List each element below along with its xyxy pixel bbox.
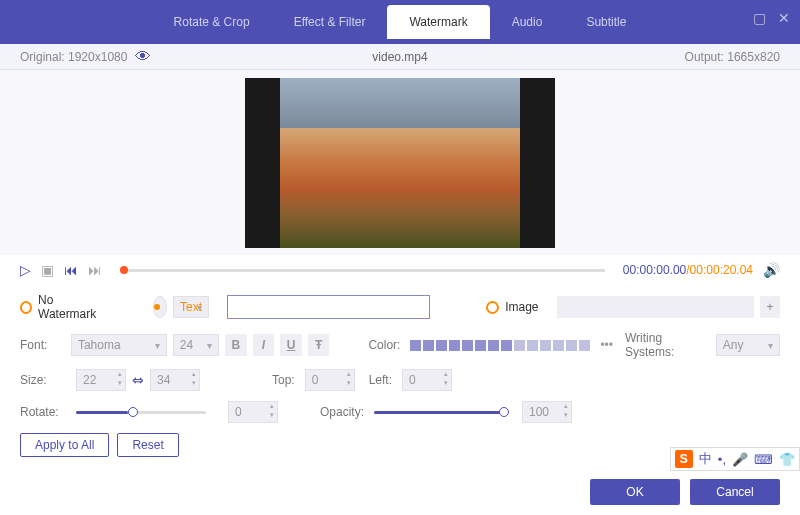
font-size-select[interactable]: 24 xyxy=(173,334,219,356)
left-label: Left: xyxy=(369,373,392,387)
info-bar: Original: 1920x1080 👁 video.mp4 Output: … xyxy=(0,44,800,70)
volume-icon[interactable]: 🔊 xyxy=(763,262,780,278)
tab-audio[interactable]: Audio xyxy=(490,5,565,39)
color-swatches[interactable] xyxy=(410,340,590,351)
seek-track[interactable] xyxy=(120,269,605,272)
preview-area xyxy=(0,70,800,255)
tab-rotate-crop[interactable]: Rotate & Crop xyxy=(152,5,272,39)
ime-keyboard-icon[interactable]: ⌨ xyxy=(754,452,773,467)
color-label: Color: xyxy=(368,338,400,352)
ime-skin-icon[interactable]: 👕 xyxy=(779,452,795,467)
filename: video.mp4 xyxy=(372,50,427,64)
time-total: /00:00:20.04 xyxy=(686,263,753,277)
more-colors-icon[interactable]: ••• xyxy=(600,338,613,352)
ime-punct-icon[interactable]: •, xyxy=(718,452,726,467)
add-image-button[interactable]: + xyxy=(760,296,780,318)
ime-mic-icon[interactable]: 🎤 xyxy=(732,452,748,467)
tab-subtitle[interactable]: Subtitle xyxy=(564,5,648,39)
titlebar: Rotate & Crop Effect & Filter Watermark … xyxy=(0,0,800,44)
top-label: Top: xyxy=(272,373,295,387)
left-input[interactable]: 0 xyxy=(402,369,452,391)
video-container xyxy=(245,78,555,248)
preview-toggle-icon[interactable]: 👁 xyxy=(135,48,151,66)
playback-controls: ▷ ▣ ⏮ ⏭ 00:00:00.00/00:00:20.04 🔊 xyxy=(0,255,800,285)
output-resolution: Output: 1665x820 xyxy=(685,50,780,64)
rotate-input[interactable]: 0 xyxy=(228,401,278,423)
writing-systems-label: Writing Systems: xyxy=(625,331,706,359)
size-label: Size: xyxy=(20,373,70,387)
seek-thumb[interactable] xyxy=(120,266,128,274)
close-icon[interactable]: ✕ xyxy=(778,10,790,26)
height-input[interactable]: 34 xyxy=(150,369,200,391)
top-input[interactable]: 0 xyxy=(305,369,355,391)
video-frame[interactable] xyxy=(280,78,520,248)
radio-no-watermark[interactable]: No Watermark xyxy=(20,293,119,321)
bold-button[interactable]: B xyxy=(225,334,247,356)
cancel-button[interactable]: Cancel xyxy=(690,479,780,505)
italic-button[interactable]: I xyxy=(253,334,275,356)
font-family-select[interactable]: Tahoma xyxy=(71,334,167,356)
radio-image[interactable]: Image xyxy=(486,300,550,314)
ok-button[interactable]: OK xyxy=(590,479,680,505)
time-current: 00:00:00.00 xyxy=(623,263,686,277)
stop-icon[interactable]: ▣ xyxy=(41,262,54,278)
strikethrough-button[interactable]: Ŧ xyxy=(308,334,330,356)
apply-to-all-button[interactable]: Apply to All xyxy=(20,433,109,457)
font-label: Font: xyxy=(20,338,65,352)
rotate-slider[interactable] xyxy=(76,411,206,414)
reset-button[interactable]: Reset xyxy=(117,433,178,457)
watermark-image-input[interactable] xyxy=(557,296,754,318)
tab-watermark[interactable]: Watermark xyxy=(387,5,489,39)
tab-effect-filter[interactable]: Effect & Filter xyxy=(272,5,388,39)
underline-button[interactable]: U xyxy=(280,334,302,356)
original-resolution: Original: 1920x1080 xyxy=(20,50,127,64)
width-input[interactable]: 22 xyxy=(76,369,126,391)
radio-text[interactable]: Text xyxy=(153,296,221,318)
opacity-slider[interactable] xyxy=(374,411,504,414)
opacity-input[interactable]: 100 xyxy=(522,401,572,423)
watermark-text-input[interactable] xyxy=(227,295,430,319)
next-frame-icon[interactable]: ⏭ xyxy=(88,262,102,278)
link-dimensions-icon[interactable]: ⇔ xyxy=(132,372,144,388)
opacity-label: Opacity: xyxy=(320,405,364,419)
rotate-label: Rotate: xyxy=(20,405,70,419)
watermark-panel: No Watermark Text Image + Font: Tahoma 2… xyxy=(0,285,800,471)
ime-logo-icon[interactable]: S xyxy=(675,450,693,468)
ime-toolbar[interactable]: S 中 •, 🎤 ⌨ 👕 xyxy=(670,447,800,471)
prev-frame-icon[interactable]: ⏮ xyxy=(64,262,78,278)
play-icon[interactable]: ▷ xyxy=(20,262,31,278)
tabs: Rotate & Crop Effect & Filter Watermark … xyxy=(152,5,649,39)
ime-lang-icon[interactable]: 中 xyxy=(699,450,712,468)
writing-systems-select[interactable]: Any xyxy=(716,334,780,356)
maximize-icon[interactable]: ▢ xyxy=(753,10,766,26)
